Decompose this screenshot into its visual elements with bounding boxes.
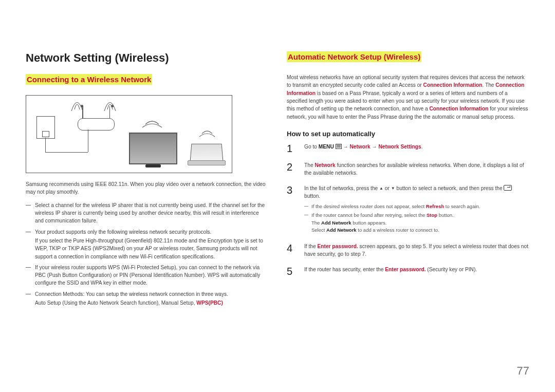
- enter-password-label: Enter password.: [317, 244, 358, 249]
- arrow: →: [371, 144, 379, 150]
- text: to search again.: [444, 203, 480, 209]
- down-triangle-icon: ▼: [391, 186, 395, 191]
- step-body: If the router has security, enter the En…: [304, 266, 529, 277]
- text: If the router cannot be found after retr…: [311, 212, 427, 218]
- step-body: The Network function searches for availa…: [304, 161, 529, 177]
- add-network-label: Add Network: [326, 227, 357, 233]
- connection-information-label: Connection Information: [430, 106, 489, 111]
- step-number: 4: [287, 242, 296, 258]
- router-icon: [78, 118, 115, 130]
- up-triangle-icon: ▲: [379, 186, 383, 191]
- bullet-indent: Auto Setup (Using the Auto Network Searc…: [35, 299, 268, 307]
- page-number: 77: [517, 364, 529, 378]
- text: .: [421, 144, 423, 150]
- network-label: Network: [314, 162, 335, 168]
- bullet-text: Your product supports only the following…: [35, 229, 211, 235]
- wall-jack-icon: [36, 116, 55, 139]
- sub-bullet: If the desired wireless router does not …: [304, 203, 529, 210]
- connection-information-label: Connection Information: [423, 82, 483, 88]
- page: Network Setting (Wireless) Connecting to…: [0, 0, 555, 392]
- bullet-item: If your wireless router supports WPS (Wi…: [26, 264, 268, 287]
- text: function searches for available wireless…: [304, 162, 524, 176]
- intro-text: Samsung recommends using IEEE 802.11n. W…: [26, 180, 268, 196]
- page-title: Network Setting (Wireless): [26, 51, 268, 65]
- left-column: Network Setting (Wireless) Connecting to…: [26, 51, 268, 310]
- refresh-label: Refresh: [426, 203, 444, 209]
- bullet-text: If your wireless router supports WPS (Wi…: [35, 265, 260, 286]
- step-number: 5: [287, 266, 296, 277]
- bullet-indent: If you select the Pure High-throughput (…: [35, 237, 268, 260]
- step-body: If the Enter password. screen appears, g…: [304, 242, 529, 258]
- stop-label: Stop: [427, 212, 437, 218]
- text: to add a wireless router to connect to.: [357, 227, 439, 233]
- section-automatic-setup: Automatic Network Setup (Wireless): [287, 51, 421, 62]
- bullet-list: Select a channel for the wireless IP sha…: [26, 201, 268, 307]
- text: If the: [304, 244, 317, 249]
- sub-bullet-list: If the desired wireless router does not …: [304, 203, 529, 234]
- text: In the list of networks, press the ▲ or …: [304, 185, 504, 191]
- wifi-waves-icon: [69, 97, 121, 112]
- wifi-waves-icon: [197, 127, 217, 140]
- add-network-label: Add Network: [321, 220, 351, 226]
- enter-password-label: Enter password.: [385, 267, 425, 272]
- text: button.: [437, 212, 454, 218]
- text: button.: [304, 193, 320, 199]
- step-2: 2 The Network function searches for avai…: [287, 161, 529, 177]
- text: (Security key or PIN).: [426, 267, 477, 272]
- sub-bullet: If the router cannot be found after retr…: [304, 212, 529, 234]
- step-5: 5 If the router has security, enter the …: [287, 266, 529, 277]
- content: Network Setting (Wireless) Connecting to…: [0, 0, 555, 310]
- step-body: Go to MENU → Network → Network Settings.: [304, 143, 529, 154]
- laptop-screen-icon: [190, 144, 223, 162]
- bullet-item: Your product supports only the following…: [26, 228, 268, 260]
- network-settings-label: Network Settings: [379, 144, 421, 150]
- network-label: Network: [349, 144, 370, 150]
- text: If the desired wireless router does not …: [311, 203, 426, 209]
- text: button appears.: [351, 220, 387, 226]
- cable-icon: [45, 152, 88, 153]
- text: . The: [482, 82, 495, 88]
- text: The: [304, 162, 314, 168]
- step-number: 1: [287, 143, 296, 154]
- menu-icon: [336, 144, 342, 149]
- intro-paragraph: Most wireless networks have an optional …: [287, 73, 529, 121]
- step-number: 2: [287, 161, 296, 177]
- text: Auto Setup (Using the Auto Network Searc…: [35, 300, 196, 306]
- right-column: Automatic Network Setup (Wireless) Most …: [287, 51, 529, 310]
- menu-label: MENU: [319, 144, 336, 150]
- howto-heading: How to set up automatically: [287, 130, 529, 138]
- text: The: [311, 220, 321, 226]
- text: If the router has security, enter the: [304, 267, 385, 272]
- step-body: In the list of networks, press the ▲ or …: [304, 184, 529, 236]
- wps-pbc-label: WPS(PBC): [196, 300, 223, 306]
- step-4: 4 If the Enter password. screen appears,…: [287, 242, 529, 258]
- laptop-base-icon: [188, 160, 226, 165]
- section-connecting: Connecting to a Wireless Network: [26, 74, 152, 85]
- cable-icon: [88, 129, 88, 152]
- enter-icon: [504, 185, 512, 191]
- text: Select: [311, 227, 326, 233]
- bullet-item: Select a channel for the wireless IP sha…: [26, 201, 268, 225]
- text: Go to: [304, 144, 319, 150]
- step-1: 1 Go to MENU → Network → Network Setting…: [287, 143, 529, 154]
- wifi-waves-icon: [139, 117, 165, 130]
- arrow: →: [342, 144, 350, 150]
- steps-list: 1 Go to MENU → Network → Network Setting…: [287, 143, 529, 277]
- bullet-text: Connection Methods: You can setup the wi…: [35, 291, 228, 297]
- bullet-text: Select a channel for the wireless IP sha…: [35, 202, 265, 224]
- tv-icon: [129, 133, 177, 164]
- bullet-item: Connection Methods: You can setup the wi…: [26, 290, 268, 307]
- step-number: 3: [287, 184, 296, 236]
- step-3: 3 In the list of networks, press the ▲ o…: [287, 184, 529, 236]
- network-diagram: [26, 95, 232, 173]
- cable-icon: [45, 138, 46, 152]
